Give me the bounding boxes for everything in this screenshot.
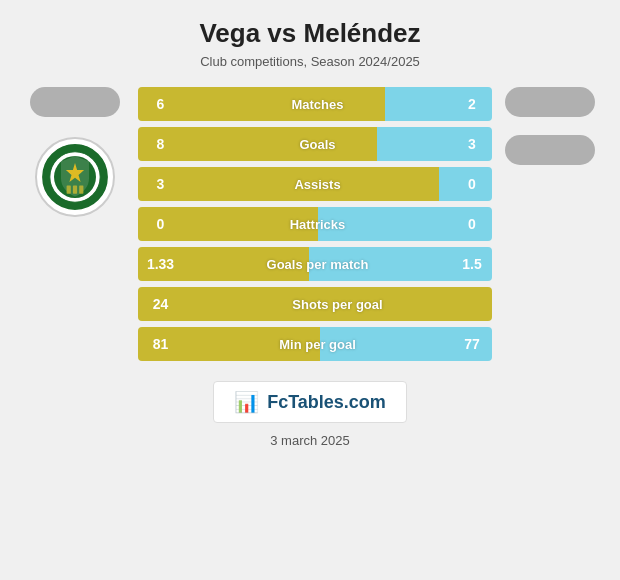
stat-bar-fill bbox=[439, 167, 452, 201]
stat-row-goals: 8Goals3 bbox=[138, 127, 492, 161]
stat-left-value: 0 bbox=[138, 207, 183, 241]
page-subtitle: Club competitions, Season 2024/2025 bbox=[200, 54, 420, 69]
stat-row-shots-per-goal: 24Shots per goal bbox=[138, 287, 492, 321]
stat-label: Hattricks bbox=[290, 217, 346, 232]
stat-right-value: 2 bbox=[452, 87, 492, 121]
stat-row-assists: 3Assists0 bbox=[138, 167, 492, 201]
stat-row-matches: 6Matches2 bbox=[138, 87, 492, 121]
stat-label: Goals per match bbox=[267, 257, 369, 272]
main-content: 6Matches28Goals33Assists00Hattricks01.33… bbox=[20, 87, 600, 361]
stat-left-value: 81 bbox=[138, 327, 183, 361]
stat-left-value: 24 bbox=[138, 287, 183, 321]
stat-label: Assists bbox=[294, 177, 340, 192]
stat-left-value: 8 bbox=[138, 127, 183, 161]
stat-right-value: 77 bbox=[452, 327, 492, 361]
chart-icon: 📊 bbox=[234, 390, 259, 414]
stat-left-value: 3 bbox=[138, 167, 183, 201]
stat-label: Min per goal bbox=[279, 337, 356, 352]
stat-bar-container: Goals per match bbox=[183, 247, 452, 281]
stat-bar-container: Assists bbox=[183, 167, 452, 201]
stat-row-hattricks: 0Hattricks0 bbox=[138, 207, 492, 241]
stat-label: Goals bbox=[299, 137, 335, 152]
right-team-pill-2 bbox=[505, 135, 595, 165]
stat-left-value: 6 bbox=[138, 87, 183, 121]
svg-rect-4 bbox=[67, 185, 71, 193]
stat-bar-container: Goals bbox=[183, 127, 452, 161]
stat-right-value: 3 bbox=[452, 127, 492, 161]
stat-bar-container: Hattricks bbox=[183, 207, 452, 241]
right-team-pill-1 bbox=[505, 87, 595, 117]
stat-bar-container: Min per goal bbox=[183, 327, 452, 361]
stat-label: Matches bbox=[291, 97, 343, 112]
stat-bar-container: Shots per goal bbox=[183, 287, 492, 321]
svg-rect-5 bbox=[73, 185, 77, 193]
left-team-col bbox=[20, 87, 130, 217]
stats-column: 6Matches28Goals33Assists00Hattricks01.33… bbox=[138, 87, 492, 361]
footer-date: 3 march 2025 bbox=[270, 433, 350, 448]
stat-bar-fill bbox=[377, 127, 452, 161]
team-logo bbox=[35, 137, 115, 217]
stat-bar-container: Matches bbox=[183, 87, 452, 121]
stat-row-min-per-goal: 81Min per goal77 bbox=[138, 327, 492, 361]
svg-rect-6 bbox=[79, 185, 83, 193]
stat-right-value: 1.5 bbox=[452, 247, 492, 281]
right-team-col bbox=[500, 87, 600, 165]
stat-label: Shots per goal bbox=[292, 297, 382, 312]
page-container: Vega vs Meléndez Club competitions, Seas… bbox=[0, 0, 620, 580]
stat-bar-fill bbox=[385, 87, 452, 121]
brand-name: FcTables.com bbox=[267, 392, 386, 413]
stat-left-value: 1.33 bbox=[138, 247, 183, 281]
page-title: Vega vs Meléndez bbox=[199, 18, 420, 49]
stat-row-goals-per-match: 1.33Goals per match1.5 bbox=[138, 247, 492, 281]
stat-right-value: 0 bbox=[452, 167, 492, 201]
left-team-pill bbox=[30, 87, 120, 117]
fctables-branding: 📊 FcTables.com bbox=[213, 381, 407, 423]
stat-right-value: 0 bbox=[452, 207, 492, 241]
